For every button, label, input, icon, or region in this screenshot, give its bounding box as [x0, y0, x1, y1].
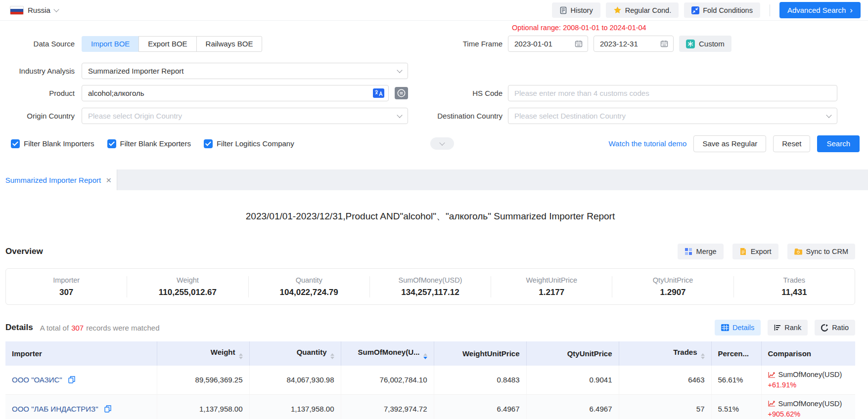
custom-label: Custom [699, 40, 725, 48]
qty-unit-price-cell: 0.9041 [526, 366, 619, 394]
optional-range-hint: Optional range: 2008-01-01 to 2024-01-04 [512, 24, 646, 32]
col-quantity[interactable]: Quantity [249, 341, 341, 366]
data-source-label: Data Source [7, 40, 82, 48]
tab-import-boe[interactable]: Import BOE [82, 36, 139, 52]
advanced-search-button[interactable]: Advanced Search › [779, 2, 861, 18]
calendar-icon [660, 40, 668, 47]
product-label: Product [7, 89, 82, 97]
overview-stats-card: Importer 307 Weight 110,255,012.67 Quant… [5, 268, 855, 305]
chevron-down-icon [397, 67, 402, 73]
top-bar-actions: History Regular Cond. Fold Conditions Ad… [552, 2, 861, 18]
hs-code-input[interactable] [508, 85, 837, 101]
weight-cell: 89,596,369.25 [157, 366, 249, 394]
date-start-input[interactable]: 2023-01-01 [508, 36, 588, 52]
save-as-regular-button[interactable]: Save as Regular [693, 135, 766, 152]
country-selector[interactable]: Russia [10, 6, 58, 15]
collapse-conditions-button[interactable] [430, 137, 454, 150]
table-header-row: Importer Weight Quantity SumOfMoney(U...… [5, 341, 855, 366]
view-details-button[interactable]: Details [715, 320, 761, 335]
importer-link[interactable]: ООО "ЛАБ ИНДАСТРИЗ" [12, 405, 98, 413]
export-label: Export [751, 248, 772, 255]
comparison-metric: SumOfMoney(USD) [778, 400, 842, 408]
date-end-input[interactable]: 2023-12-31 [594, 36, 674, 52]
stat-sum-of-money: SumOfMoney(USD) 134,257,117.12 [369, 276, 491, 297]
close-icon[interactable]: × [106, 175, 111, 185]
destination-country-select[interactable]: Please select Destination Country [508, 108, 837, 124]
top-bar: Russia History Regular Cond. Fold Condit… [0, 0, 868, 21]
export-button[interactable]: Export [732, 244, 778, 259]
quantity-cell: 1,137,958.00 [249, 394, 341, 419]
tab-summarized-importer-report[interactable]: Summarized Importer Report × [0, 169, 117, 190]
merge-label: Merge [696, 248, 717, 255]
sort-icon-active-desc[interactable] [423, 353, 427, 359]
col-trades[interactable]: Trades [619, 341, 711, 366]
industry-analysis-select[interactable]: Summarized Importer Report [82, 63, 408, 79]
sort-icon[interactable] [701, 353, 705, 359]
search-button[interactable]: Search [817, 135, 860, 152]
trend-chart-icon [768, 400, 776, 407]
history-icon [559, 6, 567, 14]
sort-icon[interactable] [239, 353, 243, 359]
checkbox-checked-icon [107, 139, 116, 148]
col-weight-unit-price: WeightUnitPrice [434, 341, 526, 366]
copy-icon[interactable] [104, 405, 111, 413]
stat-qty-unit-price: QtyUnitPrice 1.2907 [612, 276, 733, 297]
col-weight[interactable]: Weight [157, 341, 249, 366]
tutorial-demo-link[interactable]: Watch the tutorial demo [609, 139, 687, 148]
trades-cell: 6463 [619, 366, 711, 394]
star-icon [613, 6, 622, 14]
industry-analysis-label: Industry Analysis [7, 67, 82, 75]
comparison-metric: SumOfMoney(USD) [778, 371, 842, 378]
match-mode-icon[interactable] [395, 87, 408, 99]
custom-icon [686, 40, 695, 48]
destination-country-label: Destination Country [408, 112, 508, 120]
search-form: Optional range: 2008-01-01 to 2024-01-04… [0, 21, 868, 169]
filter-logitics-company-checkbox[interactable]: Filter Logitics Company [204, 139, 294, 148]
translate-icon[interactable] [373, 88, 384, 100]
view-rank-button[interactable]: Rank [768, 320, 808, 335]
trend-chart-icon [768, 372, 776, 378]
origin-country-placeholder: Please select Origin Country [88, 112, 182, 120]
chevron-down-icon [826, 112, 831, 118]
importer-link[interactable]: ООО "ОАЗИС" [12, 376, 62, 384]
col-qty-unit-price: QtyUnitPrice [526, 341, 619, 366]
fold-conditions-button[interactable]: Fold Conditions [684, 2, 760, 18]
sync-to-crm-button[interactable]: Sync to CRM [787, 244, 855, 259]
origin-country-select[interactable]: Please select Origin Country [82, 108, 408, 124]
stat-weight: Weight 110,255,012.67 [127, 276, 248, 297]
overview-heading: Overview [5, 247, 43, 256]
details-heading: Details [5, 323, 33, 333]
custom-range-button[interactable]: Custom [679, 36, 731, 52]
regular-cond-label: Regular Cond. [625, 6, 672, 14]
filter-blank-exporters-checkbox[interactable]: Filter Blank Exporters [107, 139, 191, 148]
col-sum-of-money[interactable]: SumOfMoney(U... [341, 341, 434, 366]
filter-blank-importers-checkbox[interactable]: Filter Blank Importers [11, 139, 94, 148]
industry-analysis-value: Summarized Importer Report [88, 67, 183, 75]
copy-icon[interactable] [68, 376, 75, 383]
reset-button[interactable]: Reset [773, 135, 810, 152]
history-button[interactable]: History [552, 2, 600, 18]
merge-icon [685, 248, 692, 255]
filter-logitics-company-label: Filter Logitics Company [217, 139, 294, 148]
regular-cond-button[interactable]: Regular Cond. [606, 2, 679, 18]
merge-button[interactable]: Merge [678, 244, 724, 259]
sum-cell: 76,002,784.10 [341, 366, 434, 394]
fold-conditions-label: Fold Conditions [703, 6, 753, 14]
chevron-down-icon [397, 112, 402, 118]
filter-blank-exporters-label: Filter Blank Exporters [120, 139, 191, 148]
product-input[interactable] [82, 85, 389, 101]
sort-icon[interactable] [330, 353, 334, 359]
view-rank-label: Rank [784, 324, 801, 332]
records-count: 307 [71, 324, 84, 332]
tab-railways-boe[interactable]: Railways BOE [196, 36, 263, 52]
russia-flag-icon [10, 6, 24, 15]
weight-unit-price-cell: 6.4967 [434, 394, 526, 419]
filter-blank-importers-label: Filter Blank Importers [24, 139, 94, 148]
view-ratio-label: Ratio [832, 324, 849, 332]
tab-export-boe[interactable]: Export BOE [138, 36, 196, 52]
filter-checkboxes: Filter Blank Importers Filter Blank Expo… [11, 139, 294, 148]
details-table-icon [721, 324, 729, 331]
destination-country-placeholder: Please select Destination Country [514, 112, 626, 120]
view-ratio-button[interactable]: Ratio [815, 320, 855, 335]
result-tab-bar: Summarized Importer Report × [0, 169, 868, 190]
